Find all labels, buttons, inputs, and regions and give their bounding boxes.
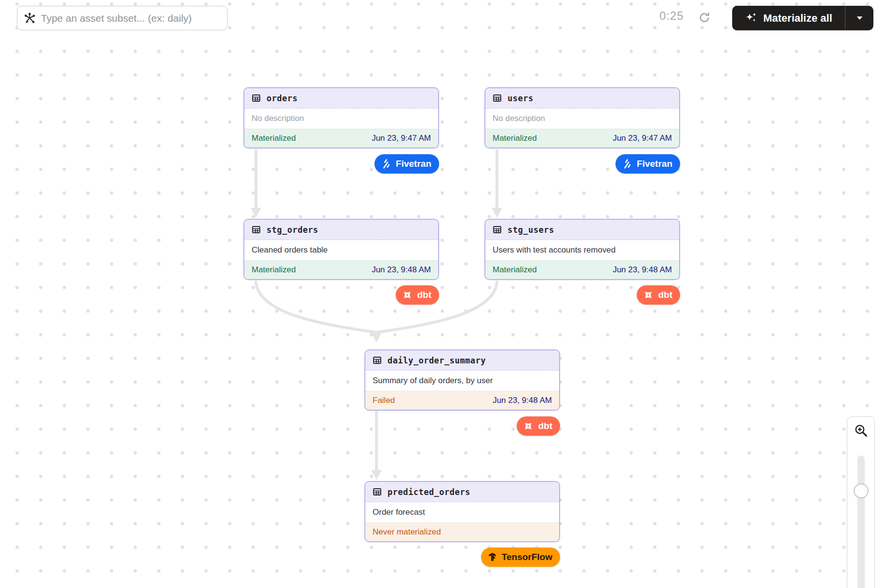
asset-name: predicted_orders xyxy=(388,487,470,497)
table-icon xyxy=(251,225,261,235)
asset-graph-icon xyxy=(23,12,36,25)
materialization-timestamp: Jun 23, 9:47 AM xyxy=(372,134,431,143)
node-footer: Materialized Jun 23, 9:48 AM xyxy=(244,260,438,279)
node-header: stg_users xyxy=(485,220,679,240)
arrowhead xyxy=(251,208,261,218)
asset-name: stg_orders xyxy=(267,225,318,235)
node-footer: Never materialized xyxy=(365,522,559,541)
status-badge: Materialized xyxy=(252,134,296,143)
status-badge: Failed xyxy=(373,396,395,405)
status-badge: Materialized xyxy=(493,265,537,275)
status-badge: Materialized xyxy=(493,134,537,143)
edge-stg_users-daily xyxy=(379,282,497,332)
node-footer: Materialized Jun 23, 9:48 AM xyxy=(485,260,679,279)
fivetran-badge[interactable]: Fivetran xyxy=(375,154,439,174)
refresh-button[interactable] xyxy=(696,10,712,25)
search-input[interactable] xyxy=(41,13,221,24)
materialization-timestamp: Jun 23, 9:48 AM xyxy=(372,265,431,275)
dbt-badge[interactable]: dbt xyxy=(396,285,439,305)
edge-stg_orders-daily xyxy=(256,282,374,332)
node-header: orders xyxy=(244,88,438,108)
arrowhead xyxy=(371,470,382,480)
materialization-timestamp: Jun 23, 9:47 AM xyxy=(613,134,672,143)
zoom-in-button[interactable] xyxy=(847,416,875,444)
refresh-icon xyxy=(698,11,711,24)
asset-description: Cleaned orders table xyxy=(244,240,438,260)
asset-name: orders xyxy=(267,94,297,103)
asset-node-predicted_orders[interactable]: predicted_orders Order forecast Never ma… xyxy=(364,481,560,542)
badge-label: dbt xyxy=(538,421,552,431)
badge-label: Fivetran xyxy=(637,159,672,169)
badge-label: dbt xyxy=(417,290,431,300)
fivetran-icon xyxy=(622,159,632,169)
tensorflow-badge[interactable]: TensorFlow xyxy=(481,548,560,567)
arrowhead xyxy=(492,208,502,218)
dbt-icon xyxy=(402,290,413,300)
asset-name: stg_users xyxy=(508,225,554,235)
materialize-all-button[interactable]: Materialize all xyxy=(732,6,845,30)
dbt-icon xyxy=(523,421,534,431)
node-footer: Failed Jun 23, 9:48 AM xyxy=(365,391,559,410)
table-icon xyxy=(372,355,382,365)
badge-label: Fivetran xyxy=(396,159,431,169)
fivetran-badge[interactable]: Fivetran xyxy=(616,154,680,174)
materialization-timestamp: Jun 23, 9:48 AM xyxy=(493,396,552,405)
magnifier-plus-icon xyxy=(854,423,868,438)
materialize-all-label: Materialize all xyxy=(763,12,832,25)
node-header: predicted_orders xyxy=(365,482,559,502)
arrowhead xyxy=(371,332,382,343)
asset-name: daily_order_summary xyxy=(388,356,486,365)
table-icon xyxy=(492,93,502,103)
status-badge: Materialized xyxy=(252,265,296,275)
dbt-badge[interactable]: dbt xyxy=(637,285,680,305)
asset-description: Summary of daily orders, by user xyxy=(365,371,559,391)
fivetran-icon xyxy=(381,159,391,169)
materialize-options-button[interactable] xyxy=(845,6,873,30)
node-footer: Materialized Jun 23, 9:47 AM xyxy=(485,129,679,147)
chevron-down-icon xyxy=(856,15,863,21)
asset-node-stg_users[interactable]: stg_users Users with test accounts remov… xyxy=(484,219,680,280)
asset-filter-searchbar[interactable] xyxy=(17,6,228,30)
asset-node-stg_orders[interactable]: stg_orders Cleaned orders table Material… xyxy=(243,219,439,280)
zoom-slider-panel xyxy=(847,444,875,588)
materialization-timestamp: Jun 23, 9:48 AM xyxy=(613,265,672,275)
table-icon xyxy=(251,93,261,103)
table-icon xyxy=(372,487,382,497)
asset-description: Order forecast xyxy=(365,502,559,522)
zoom-slider-thumb[interactable] xyxy=(854,483,869,498)
node-header: users xyxy=(485,88,679,108)
asset-description: No description xyxy=(244,108,438,129)
asset-node-daily_order_summary[interactable]: daily_order_summary Summary of daily ord… xyxy=(364,349,560,411)
asset-lineage-canvas[interactable]: 0:25 Materialize all xyxy=(0,0,884,588)
materialize-all-split-button: Materialize all xyxy=(732,6,873,30)
badge-label: dbt xyxy=(658,290,672,300)
badge-label: TensorFlow xyxy=(502,552,552,562)
node-header: daily_order_summary xyxy=(365,350,559,371)
dbt-icon xyxy=(643,290,654,300)
dbt-badge[interactable]: dbt xyxy=(517,416,560,436)
sparkles-icon xyxy=(745,12,758,25)
asset-name: users xyxy=(508,94,534,103)
asset-node-users[interactable]: users No description Materialized Jun 23… xyxy=(484,87,680,148)
tensorflow-icon xyxy=(487,552,497,562)
zoom-slider-track[interactable] xyxy=(857,455,865,588)
asset-node-orders[interactable]: orders No description Materialized Jun 2… xyxy=(243,87,439,148)
refresh-timer: 0:25 xyxy=(659,9,684,23)
table-icon xyxy=(492,225,502,235)
node-header: stg_orders xyxy=(244,220,438,240)
asset-description: No description xyxy=(485,108,679,129)
node-footer: Materialized Jun 23, 9:47 AM xyxy=(244,129,438,147)
asset-description: Users with test accounts removed xyxy=(485,240,679,260)
status-badge: Never materialized xyxy=(373,527,441,537)
